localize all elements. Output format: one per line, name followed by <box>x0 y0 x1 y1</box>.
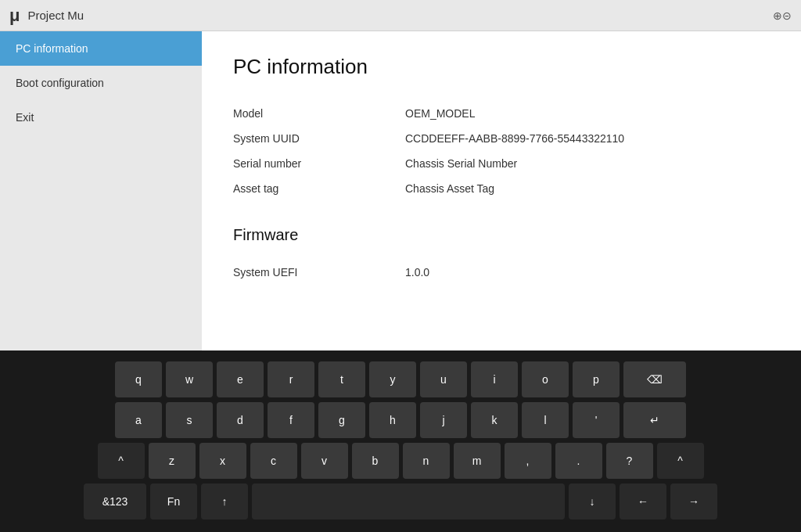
table-row: Serial number Chassis Serial Number <box>233 151 770 176</box>
table-row: Model OEM_MODEL <box>233 101 770 126</box>
key-backspace[interactable]: ⌫ <box>623 361 686 397</box>
field-value: CCDDEEFF-AABB-8899-7766-55443322110 <box>405 126 770 151</box>
key-r[interactable]: r <box>268 361 314 397</box>
field-label: System UUID <box>233 126 405 151</box>
key-d[interactable]: d <box>217 402 264 438</box>
key-fn[interactable]: Fn <box>150 483 197 519</box>
key-period[interactable]: . <box>555 443 602 479</box>
key-i[interactable]: i <box>471 361 518 397</box>
key-e[interactable]: e <box>217 361 264 397</box>
key-k[interactable]: k <box>471 402 518 438</box>
key-y[interactable]: y <box>369 361 416 397</box>
key-u[interactable]: u <box>420 361 467 397</box>
key-m[interactable]: m <box>454 443 501 479</box>
key-question[interactable]: ? <box>606 443 653 479</box>
table-row: System UEFI 1.0.0 <box>233 260 770 285</box>
field-value: OEM_MODEL <box>405 101 770 126</box>
keyboard-row-2: a s d f g h j k l ' ↵ <box>8 402 793 438</box>
key-p[interactable]: p <box>573 361 620 397</box>
key-apostrophe[interactable]: ' <box>573 402 620 438</box>
key-shift-left[interactable]: ^ <box>98 443 145 479</box>
key-down[interactable]: ↓ <box>569 483 616 519</box>
page-title: PC information <box>233 55 770 79</box>
key-z[interactable]: z <box>149 443 196 479</box>
key-f[interactable]: f <box>268 402 314 438</box>
key-g[interactable]: g <box>318 402 365 438</box>
pc-info-table: Model OEM_MODEL System UUID CCDDEEFF-AAB… <box>233 101 770 201</box>
firmware-section-title: Firmware <box>233 226 770 244</box>
sidebar-item-exit[interactable]: Exit <box>0 100 202 135</box>
field-label: Serial number <box>233 151 405 176</box>
field-value: Chassis Serial Number <box>405 151 770 176</box>
key-enter[interactable]: ↵ <box>623 402 686 438</box>
key-o[interactable]: o <box>522 361 569 397</box>
key-x[interactable]: x <box>199 443 246 479</box>
app-logo: μ <box>9 5 20 26</box>
field-value: Chassis Asset Tag <box>405 176 770 201</box>
main-layout: PC information Boot configuration Exit P… <box>0 31 801 350</box>
key-symbols[interactable]: &123 <box>84 483 146 519</box>
keyboard-row-3: ^ z x c v b n m , . ? ^ <box>8 443 793 479</box>
content-area: PC information Model OEM_MODEL System UU… <box>202 31 801 350</box>
key-j[interactable]: j <box>420 402 467 438</box>
key-h[interactable]: h <box>369 402 416 438</box>
app-title: Project Mu <box>27 9 84 22</box>
key-w[interactable]: w <box>166 361 213 397</box>
field-label: Model <box>233 101 405 126</box>
keyboard-row-4: &123 Fn ↑ ↓ ← → <box>8 483 793 519</box>
sidebar-item-pc-information[interactable]: PC information <box>0 31 202 66</box>
key-comma[interactable]: , <box>505 443 551 479</box>
sidebar: PC information Boot configuration Exit <box>0 31 202 350</box>
sidebar-item-boot-configuration[interactable]: Boot configuration <box>0 66 202 100</box>
key-l[interactable]: l <box>522 402 569 438</box>
field-label: System UEFI <box>233 260 405 285</box>
table-row: System UUID CCDDEEFF-AABB-8899-7766-5544… <box>233 126 770 151</box>
key-right[interactable]: → <box>670 483 717 519</box>
field-value: 1.0.0 <box>405 260 770 285</box>
key-n[interactable]: n <box>403 443 450 479</box>
key-up[interactable]: ↑ <box>201 483 248 519</box>
window-controls[interactable]: ⊕⊝ <box>773 9 792 22</box>
field-label: Asset tag <box>233 176 405 201</box>
key-left[interactable]: ← <box>620 483 666 519</box>
on-screen-keyboard: q w e r t y u i o p ⌫ a s d f g h j k l … <box>0 350 801 532</box>
key-a[interactable]: a <box>115 402 162 438</box>
key-s[interactable]: s <box>166 402 213 438</box>
key-q[interactable]: q <box>115 361 162 397</box>
key-c[interactable]: c <box>250 443 297 479</box>
key-space[interactable] <box>252 483 565 519</box>
firmware-table: System UEFI 1.0.0 <box>233 260 770 285</box>
key-shift-right[interactable]: ^ <box>657 443 704 479</box>
title-bar: μ Project Mu ⊕⊝ <box>0 0 801 31</box>
keyboard-row-1: q w e r t y u i o p ⌫ <box>8 361 793 397</box>
key-b[interactable]: b <box>352 443 399 479</box>
key-t[interactable]: t <box>318 361 365 397</box>
key-v[interactable]: v <box>301 443 348 479</box>
table-row: Asset tag Chassis Asset Tag <box>233 176 770 201</box>
